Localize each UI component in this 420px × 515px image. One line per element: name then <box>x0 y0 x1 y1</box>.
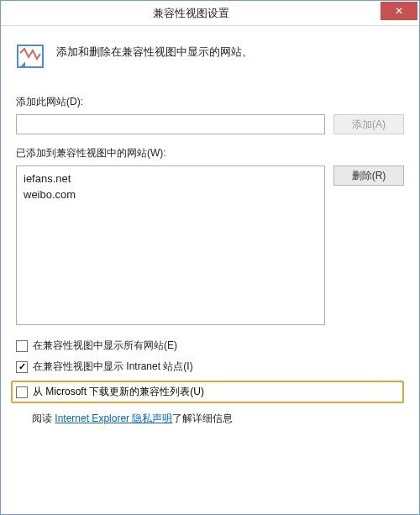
site-listbox[interactable]: iefans.net weibo.com <box>16 166 325 325</box>
list-item[interactable]: iefans.net <box>24 171 318 187</box>
option-show-intranet[interactable]: 在兼容性视图中显示 Intranet 站点(I) <box>16 360 404 374</box>
option-download-ms-highlight: 从 Microsoft 下载更新的兼容性列表(U) <box>11 381 404 403</box>
header-description: 添加和删除在兼容性视图中显示的网站。 <box>56 43 253 60</box>
read-suffix: 了解详细信息 <box>172 413 233 424</box>
privacy-read-row: 阅读 Internet Explorer 隐私声明了解详细信息 <box>16 412 404 426</box>
add-site-label: 添加此网站(D): <box>16 95 404 109</box>
option-label: 在兼容性视图中显示所有网站(E) <box>33 339 177 353</box>
checkbox-icon <box>16 340 28 352</box>
add-site-row: 添加(A) <box>16 114 404 134</box>
header-row: 添加和删除在兼容性视图中显示的网站。 <box>16 36 404 71</box>
close-icon: ✕ <box>395 6 403 16</box>
add-site-input[interactable] <box>16 114 325 134</box>
option-show-all-sites[interactable]: 在兼容性视图中显示所有网站(E) <box>16 339 404 353</box>
site-list-row: iefans.net weibo.com 删除(R) <box>16 166 404 325</box>
checkbox-icon <box>16 361 28 373</box>
dialog-content: 添加和删除在兼容性视图中显示的网站。 添加此网站(D): 添加(A) 已添加到兼… <box>1 26 419 514</box>
list-item[interactable]: weibo.com <box>24 187 318 202</box>
add-button[interactable]: 添加(A) <box>333 114 404 134</box>
remove-button[interactable]: 删除(R) <box>333 166 404 186</box>
dialog-window: 兼容性视图设置 ✕ 添加和删除在兼容性视图中显示的网站。 添加此网站(D): 添… <box>0 0 420 515</box>
option-label: 在兼容性视图中显示 Intranet 站点(I) <box>33 360 193 374</box>
window-title: 兼容性视图设置 <box>1 6 381 21</box>
titlebar: 兼容性视图设置 ✕ <box>1 1 419 26</box>
checkbox-icon <box>16 386 28 398</box>
site-list-label: 已添加到兼容性视图中的网站(W): <box>16 146 404 160</box>
close-button[interactable]: ✕ <box>381 2 417 20</box>
read-prefix: 阅读 <box>32 413 55 424</box>
privacy-link[interactable]: Internet Explorer 隐私声明 <box>55 413 172 424</box>
option-label[interactable]: 从 Microsoft 下载更新的兼容性列表(U) <box>33 385 204 399</box>
compat-page-icon <box>16 43 45 71</box>
